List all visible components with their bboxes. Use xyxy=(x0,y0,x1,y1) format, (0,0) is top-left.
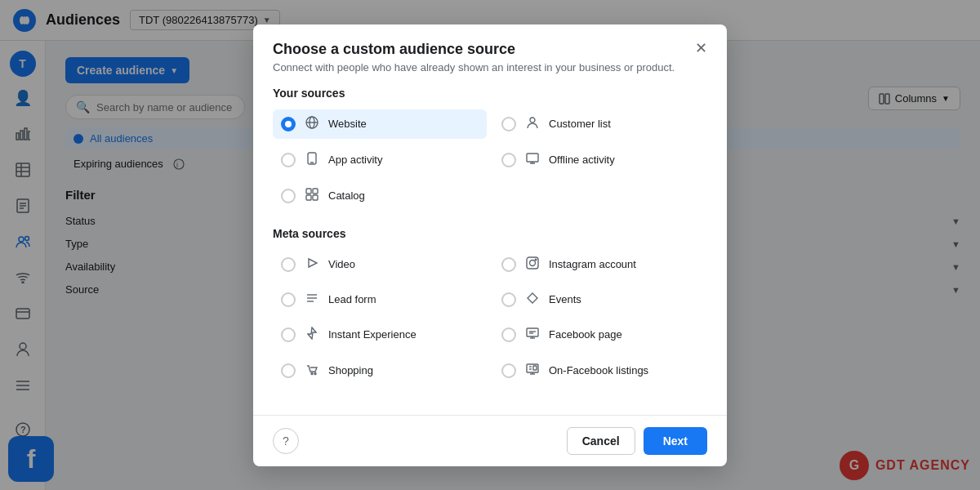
your-sources-title: Your sources xyxy=(273,87,707,100)
option-instagram[interactable]: Instagram account xyxy=(493,250,707,279)
catalog-icon xyxy=(304,188,320,204)
app-activity-icon xyxy=(304,152,320,168)
modal: Choose a custom audience source Connect … xyxy=(253,24,727,466)
video-radio xyxy=(281,257,296,272)
footer-buttons: Cancel Next xyxy=(567,427,707,455)
option-customer-list[interactable]: Customer list xyxy=(493,109,707,139)
on-facebook-label: On-Facebook listings xyxy=(549,364,648,376)
option-events[interactable]: Events xyxy=(493,286,707,314)
modal-header: Choose a custom audience source Connect … xyxy=(253,24,727,74)
cancel-button[interactable]: Cancel xyxy=(567,427,635,455)
option-instant-experience[interactable]: Instant Experience xyxy=(273,320,487,350)
svg-point-58 xyxy=(311,372,313,374)
instagram-icon xyxy=(524,256,541,273)
on-facebook-radio xyxy=(501,363,516,378)
option-facebook-page[interactable]: Facebook page xyxy=(493,320,707,350)
modal-title: Choose a custom audience source xyxy=(273,41,675,58)
website-radio xyxy=(281,117,296,131)
app-activity-label: App activity xyxy=(328,154,382,166)
instagram-label: Instagram account xyxy=(549,258,636,270)
offline-activity-radio xyxy=(501,153,516,167)
modal-subtitle: Connect with people who have already sho… xyxy=(273,61,675,74)
lead-form-icon xyxy=(304,292,320,307)
shopping-label: Shopping xyxy=(328,364,373,376)
option-shopping[interactable]: Shopping xyxy=(273,356,487,385)
modal-close-button[interactable]: ✕ xyxy=(695,41,707,56)
lead-form-radio xyxy=(281,292,296,307)
svg-rect-41 xyxy=(313,189,318,194)
customer-list-icon xyxy=(524,116,541,132)
svg-marker-44 xyxy=(309,259,317,267)
help-button[interactable]: ? xyxy=(273,428,299,454)
website-icon xyxy=(304,116,320,132)
modal-overlay: Choose a custom audience source Connect … xyxy=(0,0,980,490)
svg-rect-40 xyxy=(306,189,311,194)
instagram-radio xyxy=(501,257,516,272)
catalog-label: Catalog xyxy=(328,189,365,202)
on-facebook-icon xyxy=(524,363,541,378)
svg-rect-42 xyxy=(306,195,311,200)
option-on-facebook[interactable]: On-Facebook listings xyxy=(493,356,707,385)
customer-list-radio xyxy=(501,117,516,131)
option-video[interactable]: Video xyxy=(273,250,487,279)
instant-experience-icon xyxy=(304,327,320,343)
catalog-radio xyxy=(281,189,296,203)
svg-marker-52 xyxy=(308,327,316,339)
svg-point-47 xyxy=(535,259,537,261)
option-website[interactable]: Website xyxy=(273,109,487,139)
your-sources-grid: Website Customer list xyxy=(273,109,707,211)
svg-rect-37 xyxy=(527,154,538,162)
meta-sources-title: Meta sources xyxy=(273,227,707,240)
option-lead-form[interactable]: Lead form xyxy=(273,286,487,314)
svg-point-46 xyxy=(530,260,536,265)
facebook-page-icon xyxy=(524,327,541,342)
offline-activity-label: Offline activity xyxy=(549,154,615,166)
modal-body: Your sources Website xyxy=(253,74,727,415)
svg-marker-51 xyxy=(528,293,537,303)
option-app-activity[interactable]: App activity xyxy=(273,145,487,175)
instant-experience-label: Instant Experience xyxy=(328,328,416,341)
events-radio xyxy=(501,292,516,307)
svg-point-34 xyxy=(530,118,535,122)
modal-footer: ? Cancel Next xyxy=(253,415,727,466)
events-label: Events xyxy=(549,293,581,305)
customer-list-label: Customer list xyxy=(549,118,611,130)
shopping-radio xyxy=(281,363,296,378)
next-button[interactable]: Next xyxy=(644,427,707,455)
video-label: Video xyxy=(328,258,355,270)
svg-rect-65 xyxy=(533,366,537,370)
svg-rect-43 xyxy=(313,195,318,200)
app-activity-radio xyxy=(281,153,296,167)
option-catalog[interactable]: Catalog xyxy=(273,181,487,211)
events-icon xyxy=(524,292,541,307)
facebook-page-radio xyxy=(501,327,516,342)
lead-form-label: Lead form xyxy=(328,293,376,305)
facebook-page-label: Facebook page xyxy=(549,328,622,341)
offline-activity-icon xyxy=(524,153,541,167)
instant-experience-radio xyxy=(281,327,296,342)
option-offline-activity[interactable]: Offline activity xyxy=(493,145,707,175)
shopping-icon xyxy=(304,363,320,379)
video-icon xyxy=(304,257,320,272)
svg-rect-53 xyxy=(527,328,538,336)
meta-sources-grid: Video Instagram account xyxy=(273,250,707,385)
svg-point-59 xyxy=(314,372,316,374)
website-label: Website xyxy=(328,118,367,130)
